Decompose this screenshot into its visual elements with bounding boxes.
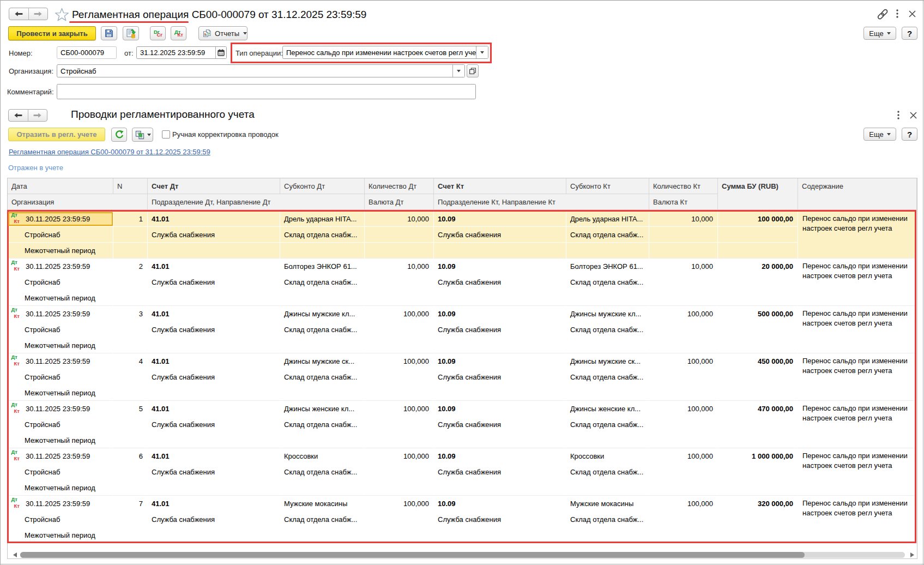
svg-text:Дт: Дт [11, 497, 18, 502]
svg-text:Кт: Кт [14, 503, 20, 509]
svg-text:Дт: Дт [11, 449, 18, 455]
svg-text:Кт: Кт [14, 218, 20, 224]
svg-text:Кт: Кт [14, 408, 20, 414]
svg-text:Дт: Дт [11, 212, 18, 218]
svg-text:Кт: Кт [14, 266, 20, 272]
svg-text:Кт: Кт [14, 360, 20, 366]
svg-text:Дт: Дт [11, 260, 18, 265]
svg-text:Дт: Дт [11, 307, 18, 312]
svg-text:Дт: Дт [11, 354, 18, 360]
svg-text:Дт: Дт [11, 402, 18, 407]
svg-text:Кт: Кт [14, 455, 20, 461]
svg-text:Кт: Кт [14, 313, 20, 319]
